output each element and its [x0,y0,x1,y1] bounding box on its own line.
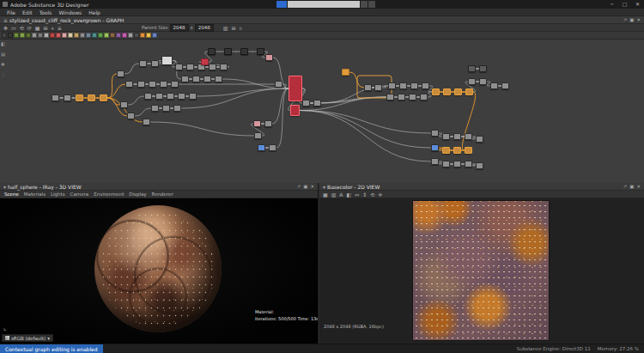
graph-node[interactable] [479,65,487,72]
add-node-icon[interactable]: ⊞ [42,24,48,32]
palette-node-16[interactable] [98,33,103,38]
palette-node-20[interactable] [122,33,127,38]
graph-node[interactable] [476,162,483,169]
graph-node[interactable] [161,56,173,65]
close-panel-icon[interactable]: ✕ [636,17,641,22]
graph-node[interactable] [215,76,222,82]
graph-node[interactable] [269,144,276,151]
minimize-button[interactable]: ─ [605,0,618,9]
palette-node-0[interactable] [2,33,7,38]
view2d-caret-icon[interactable]: ▾ [321,184,327,190]
palette-node-4[interactable] [26,33,31,38]
graph-node[interactable] [364,84,372,91]
graph-node[interactable] [88,94,95,101]
tab-camera[interactable]: Camera [68,192,92,197]
view3d-viewport[interactable]: Material: Iterations: 500/500 Time: 13s … [0,198,318,344]
graph-node[interactable] [117,70,125,77]
graph-node[interactable] [125,81,133,88]
palette-node-13[interactable] [80,33,85,38]
rendered-rock-sphere[interactable] [94,205,222,332]
dock-panel-icon[interactable]: ▣ [303,184,307,189]
graph-node[interactable] [490,82,498,89]
graph-node[interactable] [431,130,439,137]
graph-node[interactable] [167,93,174,100]
graph-node[interactable] [201,58,209,65]
graph-node[interactable] [192,76,200,82]
graph-node[interactable] [431,158,439,165]
titlebar-widget-icon[interactable] [368,1,375,8]
view3d-caret-icon[interactable]: ▾ [2,184,8,190]
graph-node[interactable] [64,94,71,101]
fit-width-icon[interactable]: ⇔ [354,191,360,198]
parent-size-height-dropdown[interactable]: 2048 [195,24,214,32]
graph-node[interactable] [342,69,349,76]
graph-canvas[interactable]: ◧▤✚⋮ [0,40,644,183]
palette-node-17[interactable] [104,33,109,38]
basecolor-texture-preview[interactable] [412,200,550,341]
graph-node[interactable] [257,48,264,55]
palette-node-25[interactable] [152,33,157,38]
graph-node[interactable] [453,147,461,154]
graph-node[interactable] [127,113,135,119]
palette-node-14[interactable] [86,33,91,38]
reset-view-icon[interactable]: ⟲ [369,191,375,198]
graph-node[interactable] [422,82,429,89]
palette-node-21[interactable] [128,33,133,38]
marquee-tool-icon[interactable]: ▭ [10,24,17,32]
graph-panel-header[interactable]: ≡ stylized_coast_cliff_rock_overgrown - … [0,16,644,24]
tab-materials[interactable]: Materials [21,192,48,197]
tiling-view-icon[interactable]: ▥ [331,191,337,198]
graph-node[interactable] [313,100,321,107]
titlebar-widget-icon[interactable] [361,1,368,8]
split-view-icon[interactable]: ◧ [345,191,352,198]
graph-node[interactable] [465,161,472,167]
menu-item-file[interactable]: File [3,9,19,15]
graph-node[interactable] [442,133,450,140]
dock-panel-icon[interactable]: ▣ [629,184,634,189]
close-panel-icon[interactable]: ✕ [636,184,641,189]
graph-node[interactable] [289,76,302,101]
tab-environment[interactable]: Environment [91,192,126,197]
palette-node-1[interactable] [8,33,13,38]
layers-icon[interactable]: ▤ [1,52,6,57]
palette-node-19[interactable] [116,33,121,38]
palette-node-11[interactable] [68,33,73,38]
palette-node-10[interactable] [62,33,67,38]
palette-node-23[interactable] [140,33,145,38]
graph-node[interactable] [76,94,83,101]
graph-node[interactable] [431,144,439,151]
palette-node-18[interactable] [110,33,115,38]
graph-node[interactable] [173,105,181,112]
graph-node[interactable] [374,84,382,91]
checker-background-icon[interactable]: ▦ [322,191,329,198]
graph-node[interactable] [209,64,216,70]
graph-node[interactable] [253,120,261,127]
tab-scene[interactable]: Scene [2,192,21,197]
palette-node-3[interactable] [20,33,25,38]
graph-node[interactable] [442,161,450,167]
graph-node[interactable] [399,82,407,89]
palette-node-8[interactable] [50,33,55,38]
float-panel-icon[interactable]: ↗ [297,184,301,189]
palette-node-24[interactable] [146,33,151,38]
close-button[interactable]: ✕ [631,0,644,9]
more-icon[interactable]: ⋮ [1,72,6,77]
graph-node[interactable] [386,94,394,100]
graph-node[interactable] [171,81,179,88]
graph-node[interactable] [139,60,147,67]
tab-display[interactable]: Display [126,192,149,197]
graph-node[interactable] [453,161,461,167]
menu-item-help[interactable]: Help [85,9,104,15]
graph-node[interactable] [100,94,107,101]
maximize-button[interactable]: □ [618,0,631,9]
graph-node[interactable] [240,48,248,55]
graph-node[interactable] [275,81,283,88]
graph-node[interactable] [204,76,211,82]
graph-node[interactable] [224,48,232,55]
graph-node[interactable] [410,82,418,89]
graph-node[interactable] [465,147,472,154]
graph-node[interactable] [220,64,228,70]
close-panel-icon[interactable]: ✕ [310,184,314,189]
view2d-header[interactable]: ▾ Basecolor - 2D VIEW ↗▣✕ [319,183,644,191]
channels-rgba-icon[interactable]: A [338,191,343,198]
